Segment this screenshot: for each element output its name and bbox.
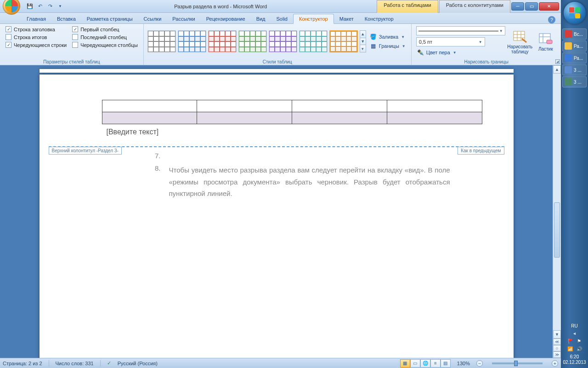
view-fullscreen[interactable]: ▭ xyxy=(410,359,420,368)
prev-page-icon[interactable]: ≪ xyxy=(553,339,561,345)
status-page[interactable]: Страница: 2 из 2 xyxy=(3,361,42,366)
table-style-thumb[interactable] xyxy=(269,30,297,52)
close-button[interactable]: ✕ xyxy=(539,2,559,11)
list-item: 7. xyxy=(153,152,450,160)
next-page-icon[interactable]: ≫ xyxy=(553,351,561,358)
svg-rect-8 xyxy=(547,40,552,44)
draw-table-button[interactable]: Нарисовать таблицу xyxy=(507,25,533,58)
gallery-up-icon[interactable]: ▲ xyxy=(360,31,366,38)
group-label: Стили таблиц xyxy=(144,59,411,64)
tab-pagelayout[interactable]: Разметка страницы xyxy=(81,14,138,23)
header-table[interactable] xyxy=(102,100,482,124)
tray-lang[interactable]: RU xyxy=(571,323,577,328)
gallery-down-icon[interactable]: ▼ xyxy=(360,38,366,46)
save-icon[interactable]: 💾 xyxy=(26,2,34,11)
table-style-thumb[interactable] xyxy=(299,30,328,52)
pen-icon: ✒️ xyxy=(417,49,424,56)
tray-action-icon[interactable]: ⚑ xyxy=(577,339,581,344)
shading-button[interactable]: 🪣 Заливка▼ xyxy=(369,33,407,41)
taskbar-app-icon xyxy=(565,78,572,86)
undo-icon[interactable]: ↶ xyxy=(36,2,44,11)
checkbox-icon: ✓ xyxy=(6,26,11,32)
browse-object-icon[interactable]: ○ xyxy=(553,345,561,351)
start-button[interactable] xyxy=(564,2,586,24)
context-tab-headers[interactable]: Работа с колонтитулами xyxy=(439,0,510,13)
checkbox-option[interactable]: ✓Строка заголовка xyxy=(6,26,67,32)
document-area[interactable]: [Введите текст] Верхний колонтитул -Разд… xyxy=(0,65,553,358)
gallery-more-icon[interactable]: ▾ xyxy=(360,45,366,52)
checkbox-option[interactable]: ✓Первый столбец xyxy=(72,26,138,32)
checkbox-icon: ✓ xyxy=(6,42,11,48)
checkbox-option[interactable]: Чередующиеся столбцы xyxy=(72,42,138,48)
maximize-button[interactable]: ▭ xyxy=(525,2,538,11)
tab-view[interactable]: Вид xyxy=(251,14,271,23)
tab-review[interactable]: Рецензирование xyxy=(201,14,251,23)
office-button[interactable] xyxy=(3,0,20,15)
taskbar-item[interactable]: 3 ... xyxy=(562,76,587,87)
proofing-icon[interactable]: ✓ xyxy=(107,360,111,366)
taskbar-item[interactable]: Вс... xyxy=(562,29,587,40)
table-style-thumb[interactable] xyxy=(329,30,358,52)
line-weight-combo[interactable]: 0,5 пт▼ xyxy=(416,37,485,46)
checkbox-option[interactable]: Строка итогов xyxy=(6,34,67,40)
table-styles-gallery[interactable]: ▲▼▾ xyxy=(147,25,367,58)
redo-icon[interactable]: ↷ xyxy=(46,2,54,11)
pen-color-button[interactable]: ✒️ Цвет пера▼ xyxy=(416,48,505,57)
tray-volume-icon[interactable]: 🔊 xyxy=(577,346,582,351)
taskbar-item[interactable]: Ра... xyxy=(562,52,587,63)
svg-rect-11 xyxy=(569,13,574,18)
scroll-down-icon[interactable]: ▼ xyxy=(553,330,561,339)
tab-design[interactable]: Конструктор xyxy=(293,14,334,24)
zoom-level[interactable]: 130% xyxy=(457,361,470,366)
checkbox-option[interactable]: ✓Чередующиеся строки xyxy=(6,42,67,48)
tray-expand-icon[interactable]: ◄ xyxy=(572,331,577,336)
table-style-thumb[interactable] xyxy=(178,30,206,52)
tab-layout[interactable]: Макет xyxy=(334,14,359,23)
tab-solid[interactable]: Solid xyxy=(271,14,293,23)
header-tag-left: Верхний колонтитул -Раздел 3- xyxy=(49,147,122,155)
zoom-out-button[interactable]: − xyxy=(476,360,483,367)
group-table-style-options: ✓Строка заголовкаСтрока итогов✓Чередующи… xyxy=(0,24,144,65)
tab-mailings[interactable]: Рассылки xyxy=(167,14,200,23)
status-language[interactable]: Русский (Россия) xyxy=(118,361,158,366)
tab-home[interactable]: Главная xyxy=(21,14,51,23)
line-style-combo[interactable]: ▼ xyxy=(416,26,505,35)
tray-flag-icon[interactable]: 🚩 xyxy=(568,339,573,344)
header-placeholder[interactable]: [Введите текст] xyxy=(107,128,447,136)
view-draft[interactable]: ▤ xyxy=(441,359,451,368)
tab-references[interactable]: Ссылки xyxy=(138,14,167,23)
eraser-button[interactable]: Ластик xyxy=(533,25,559,58)
zoom-in-button[interactable]: + xyxy=(552,360,558,367)
gallery-scroll[interactable]: ▲▼▾ xyxy=(360,30,366,52)
table-style-thumb[interactable] xyxy=(238,30,267,52)
header-tag-right: Как в предыдущем xyxy=(458,147,504,155)
help-icon[interactable]: ? xyxy=(548,16,555,23)
borders-icon: ▦ xyxy=(370,42,377,50)
view-outline[interactable]: ≡ xyxy=(430,359,441,368)
vertical-scrollbar[interactable]: ▲ ▼ ≪ ○ ≫ xyxy=(553,65,561,358)
checkbox-option[interactable]: Последний столбец xyxy=(72,34,138,40)
qat-more-icon[interactable]: ▼ xyxy=(56,2,64,11)
context-tab-tables[interactable]: Работа с таблицами xyxy=(377,0,438,13)
taskbar-item[interactable]: Ра... xyxy=(562,40,587,52)
tray-network-icon[interactable]: 📶 xyxy=(567,346,573,351)
table-style-thumb[interactable] xyxy=(147,30,176,52)
borders-button[interactable]: ▦ Границы▼ xyxy=(369,42,407,50)
tab-insert[interactable]: Вставка xyxy=(51,14,81,23)
quick-access-toolbar: 💾 ↶ ↷ ▼ xyxy=(26,2,64,11)
tray-clock[interactable]: 6:20 02.12.2013 xyxy=(563,354,586,365)
scroll-thumb[interactable] xyxy=(554,202,560,258)
zoom-slider[interactable] xyxy=(492,362,543,364)
view-web[interactable]: 🌐 xyxy=(420,359,430,368)
table-style-thumb[interactable] xyxy=(208,30,237,52)
list-item: 8.Чтобы увидеть место разрыва раздела ва… xyxy=(153,164,450,200)
taskbar-item[interactable]: 3 ... xyxy=(562,64,587,75)
minimize-button[interactable]: ─ xyxy=(511,2,524,11)
tab-design2[interactable]: Конструктор xyxy=(359,14,399,23)
view-print-layout[interactable]: ▦ xyxy=(400,359,410,368)
status-words[interactable]: Число слов: 331 xyxy=(56,361,94,366)
ribbon-tabs: Главная Вставка Разметка страницы Ссылки… xyxy=(0,13,561,24)
dialog-launcher-icon[interactable]: ◢ xyxy=(555,59,560,64)
taskbar-app-icon xyxy=(565,30,572,38)
scroll-up-icon[interactable]: ▲ xyxy=(553,65,561,74)
